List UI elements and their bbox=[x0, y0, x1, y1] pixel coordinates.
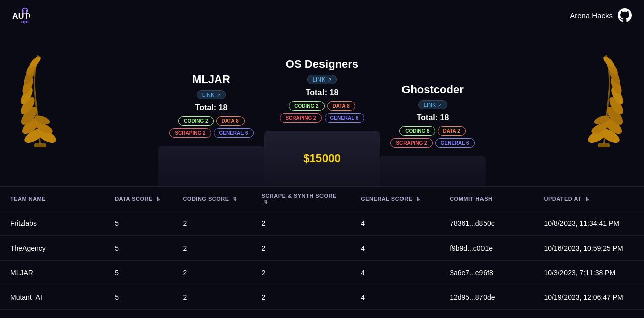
data-badge-third: DATA 2 bbox=[438, 126, 466, 136]
podium-third-place: Ghostcoder LINK ↗ Total: 18 CODING 8 DAT… bbox=[380, 77, 486, 186]
col-header-general[interactable]: GENERAL SCORE ⇅ bbox=[351, 187, 440, 211]
cell-commit-hash: f9b9d...c001e bbox=[440, 236, 534, 261]
col-header-updated[interactable]: UPDATED AT ⇅ bbox=[534, 187, 644, 211]
first-place-block: $15000 bbox=[264, 131, 380, 186]
table-row: MLJAR 5 2 2 4 3a6e7...e96f8 10/3/2023, 7… bbox=[0, 261, 644, 285]
cell-team-name: Mutant_AI bbox=[0, 285, 105, 310]
link-icon-first: ↗ bbox=[327, 77, 331, 83]
coding-badge-third: CODING 8 bbox=[399, 126, 435, 136]
prize-label: $15000 bbox=[303, 147, 340, 170]
col-header-data[interactable]: DATA SCORE ⇅ bbox=[105, 187, 173, 211]
podium-first-place: OS Designers LINK ↗ Total: 18 CODING 2 D… bbox=[264, 52, 380, 186]
coding-badge-first: CODING 2 bbox=[289, 101, 324, 111]
scraping-badge: SCRAPING 2 bbox=[169, 128, 211, 138]
cell-scrape-score: 2 bbox=[252, 285, 351, 310]
cell-scrape-score: 2 bbox=[252, 211, 351, 236]
podium-cards: MLJAR LINK ↗ Total: 18 CODING 2 DATA 8 S… bbox=[131, 52, 513, 186]
second-place-total: Total: 18 bbox=[195, 103, 228, 112]
cell-scrape-score: 2 bbox=[252, 261, 351, 285]
first-place-badges: CODING 2 DATA 8 SCRAPING 2 GENERAL 6 bbox=[272, 101, 372, 123]
table-row: TheAgency 5 2 2 4 f9b9d...c001e 10/16/20… bbox=[0, 236, 644, 261]
svg-text:opt: opt bbox=[21, 19, 29, 24]
cell-data-score: 5 bbox=[105, 211, 173, 236]
first-place-name: OS Designers bbox=[286, 58, 358, 71]
second-place-badges: CODING 2 DATA 8 SCRAPING 2 GENERAL 6 bbox=[167, 116, 256, 138]
cell-general-score: 4 bbox=[351, 236, 440, 261]
cell-commit-hash: 3a6e7...e96f8 bbox=[440, 261, 534, 285]
leaderboard-table-section: TEAM NAME DATA SCORE ⇅ CODING SCORE ⇅ SC… bbox=[0, 186, 644, 310]
cell-general-score: 4 bbox=[351, 211, 440, 236]
cell-scrape-score: 2 bbox=[252, 236, 351, 261]
cell-updated-at: 10/3/2023, 7:11:38 PM bbox=[534, 261, 644, 285]
third-place-block bbox=[380, 156, 486, 186]
third-place-link[interactable]: LINK ↗ bbox=[418, 100, 447, 109]
cell-coding-score: 2 bbox=[173, 285, 251, 310]
general-badge-first: GENERAL 6 bbox=[325, 113, 364, 123]
third-place-total: Total: 18 bbox=[417, 113, 449, 122]
svg-rect-17 bbox=[34, 143, 46, 147]
first-place-link[interactable]: LINK ↗ bbox=[307, 75, 337, 84]
header-right: Arena Hacks bbox=[570, 8, 632, 22]
second-place-block bbox=[158, 146, 264, 186]
table-row: Mutant_AI 5 2 2 4 12d95...870de 10/19/20… bbox=[0, 285, 644, 310]
cell-commit-hash: 78361...d850c bbox=[440, 211, 534, 236]
svg-rect-2 bbox=[22, 10, 24, 12]
podium-section: MLJAR LINK ↗ Total: 18 CODING 2 DATA 8 S… bbox=[0, 30, 644, 186]
data-badge-first: DATA 8 bbox=[327, 101, 355, 111]
scraping-badge-first: SCRAPING 2 bbox=[280, 113, 321, 123]
svg-rect-30 bbox=[598, 143, 610, 147]
sort-icon-scrape: ⇅ bbox=[264, 200, 268, 205]
cell-updated-at: 10/19/2023, 12:06:47 PM bbox=[534, 285, 644, 310]
table-row: Fritzlabs 5 2 2 4 78361...d850c 10/8/202… bbox=[0, 211, 644, 236]
cell-team-name: MLJAR bbox=[0, 261, 105, 285]
sort-icon-coding: ⇅ bbox=[233, 197, 237, 202]
cell-coding-score: 2 bbox=[173, 236, 251, 261]
podium-second-place: MLJAR LINK ↗ Total: 18 CODING 2 DATA 8 S… bbox=[158, 67, 264, 186]
second-place-link[interactable]: LINK ↗ bbox=[197, 90, 226, 99]
cell-data-score: 5 bbox=[105, 236, 173, 261]
cell-data-score: 5 bbox=[105, 261, 173, 285]
col-header-scrape[interactable]: SCRAPE & SYNTH SCORE ⇅ bbox=[252, 187, 351, 211]
cell-commit-hash: 12d95...870de bbox=[440, 285, 534, 310]
col-header-commit: COMMIT HASH bbox=[440, 187, 534, 211]
link-icon-third: ↗ bbox=[438, 102, 442, 108]
col-header-team: TEAM NAME bbox=[0, 187, 105, 211]
sort-icon-updated: ⇅ bbox=[585, 197, 590, 202]
arena-hacks-label: Arena Hacks bbox=[570, 11, 613, 20]
general-badge-third: GENERAL 6 bbox=[435, 138, 475, 148]
table-header-row: TEAM NAME DATA SCORE ⇅ CODING SCORE ⇅ SC… bbox=[0, 187, 644, 211]
header: AUTO opt Arena Hacks bbox=[0, 0, 644, 30]
sort-icon-general: ⇅ bbox=[416, 197, 421, 202]
data-badge: DATA 8 bbox=[216, 116, 245, 126]
laurel-left bbox=[10, 45, 70, 156]
cell-general-score: 4 bbox=[351, 261, 440, 285]
leaderboard-table: TEAM NAME DATA SCORE ⇅ CODING SCORE ⇅ SC… bbox=[0, 186, 644, 310]
cell-team-name: Fritzlabs bbox=[0, 211, 105, 236]
scraping-badge-third: SCRAPING 2 bbox=[390, 138, 432, 148]
cell-data-score: 5 bbox=[105, 285, 173, 310]
third-place-name: Ghostcoder bbox=[401, 83, 463, 96]
first-place-total: Total: 18 bbox=[306, 88, 339, 97]
cell-general-score: 4 bbox=[351, 285, 440, 310]
cell-updated-at: 10/16/2023, 10:59:25 PM bbox=[534, 236, 644, 261]
sort-icon-data: ⇅ bbox=[156, 197, 161, 202]
col-header-coding[interactable]: CODING SCORE ⇅ bbox=[173, 187, 251, 211]
svg-rect-3 bbox=[26, 10, 28, 12]
link-icon: ↗ bbox=[216, 92, 220, 98]
laurel-right bbox=[574, 45, 634, 156]
cell-team-name: TheAgency bbox=[0, 236, 105, 261]
third-place-badges: CODING 8 DATA 2 SCRAPING 2 GENERAL 6 bbox=[388, 126, 477, 148]
cell-coding-score: 2 bbox=[173, 211, 251, 236]
cell-updated-at: 10/8/2023, 11:34:41 PM bbox=[534, 211, 644, 236]
github-icon[interactable] bbox=[618, 8, 632, 22]
logo-icon: AUTO opt bbox=[12, 6, 30, 24]
second-place-name: MLJAR bbox=[192, 73, 230, 86]
table-body: Fritzlabs 5 2 2 4 78361...d850c 10/8/202… bbox=[0, 211, 644, 310]
general-badge: GENERAL 6 bbox=[214, 128, 254, 138]
cell-coding-score: 2 bbox=[173, 261, 251, 285]
coding-badge: CODING 2 bbox=[178, 116, 213, 126]
logo: AUTO opt bbox=[12, 6, 30, 24]
